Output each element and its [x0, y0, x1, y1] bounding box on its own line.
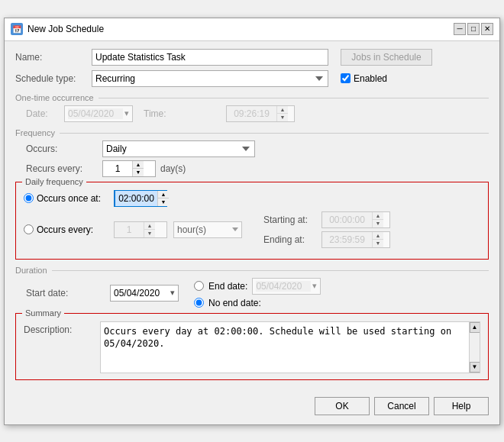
- starting-at-input[interactable]: [322, 212, 372, 227]
- occurs-every-spinner-buttons: ▲ ▼: [144, 222, 155, 237]
- daily-frequency-title: Daily frequency: [22, 177, 86, 186]
- no-end-date-label: No end date:: [208, 298, 261, 308]
- form-content: Name: Jobs in Schedule Schedule type: Re…: [5, 41, 499, 391]
- starting-at-up-button[interactable]: ▲: [373, 212, 383, 220]
- starting-ending-section: Starting at: ▲ ▼ Ending at:: [263, 211, 390, 248]
- end-date-picker[interactable]: ▾: [252, 278, 321, 295]
- occurs-once-spinner-buttons: ▲ ▼: [157, 191, 169, 206]
- occurs-select[interactable]: Daily Weekly Monthly: [102, 140, 255, 157]
- frequency-section-label: Frequency: [15, 128, 489, 137]
- scroll-up-button[interactable]: ▲: [470, 322, 480, 333]
- date-picker[interactable]: ▾: [64, 105, 133, 122]
- name-row: Name: Jobs in Schedule: [15, 49, 489, 66]
- time-spinner-buttons: ▲ ▼: [276, 106, 288, 121]
- ending-at-spinner-buttons: ▲ ▼: [372, 232, 383, 247]
- name-label: Name:: [15, 52, 92, 63]
- end-date-input[interactable]: [256, 281, 311, 292]
- starting-at-spinner-buttons: ▲ ▼: [372, 212, 383, 227]
- recurs-down-button[interactable]: ▼: [133, 169, 144, 176]
- recurs-spinner[interactable]: ▲ ▼: [102, 160, 156, 177]
- start-date-picker[interactable]: ▾: [110, 285, 179, 302]
- daily-frequency-group: Daily frequency Occurs once at: ▲ ▼: [15, 182, 489, 260]
- maximize-button[interactable]: □: [467, 23, 480, 35]
- name-input[interactable]: [92, 49, 328, 66]
- recurs-up-button[interactable]: ▲: [133, 161, 144, 169]
- jobs-in-schedule-button[interactable]: Jobs in Schedule: [341, 49, 432, 66]
- main-window: 📅 New Job Schedule ─ □ ✕ Name: Jobs in S…: [4, 18, 500, 425]
- end-date-radio[interactable]: [194, 281, 204, 291]
- ending-at-label: Ending at:: [263, 234, 317, 245]
- occurs-every-unit-select[interactable]: hour(s) minute(s): [173, 221, 242, 238]
- description-textarea[interactable]: Occurs every day at 02:00:00. Schedule w…: [101, 322, 480, 368]
- start-date-input[interactable]: [114, 288, 169, 298]
- time-up-button[interactable]: ▲: [277, 106, 288, 114]
- start-date-calendar-icon[interactable]: ▾: [170, 288, 175, 298]
- recurs-input[interactable]: [103, 161, 132, 176]
- ok-button[interactable]: OK: [315, 397, 370, 415]
- occurs-once-radio[interactable]: [24, 193, 34, 203]
- occurs-label: Occurs:: [26, 144, 102, 154]
- help-button[interactable]: Help: [434, 397, 489, 415]
- no-end-date-row: No end date:: [194, 298, 321, 308]
- occurs-every-up-button[interactable]: ▲: [144, 222, 155, 230]
- one-time-row: Date: ▾ Time: ▲ ▼: [15, 105, 489, 122]
- time-spinner[interactable]: ▲ ▼: [226, 105, 295, 122]
- duration-row: Start date: ▾ End date: ▾: [26, 278, 489, 308]
- end-date-calendar-icon[interactable]: ▾: [312, 281, 317, 291]
- footer: OK Cancel Help: [5, 391, 499, 424]
- title-bar: 📅 New Job Schedule ─ □ ✕: [5, 18, 499, 41]
- close-button[interactable]: ✕: [481, 23, 493, 35]
- title-bar-left: 📅 New Job Schedule: [11, 23, 104, 35]
- cancel-button[interactable]: Cancel: [374, 397, 429, 415]
- ending-at-up-button[interactable]: ▲: [373, 232, 383, 240]
- duration-right: End date: ▾ No end date:: [194, 278, 321, 308]
- title-controls: ─ □ ✕: [454, 23, 493, 35]
- occurs-every-radio[interactable]: [24, 224, 34, 234]
- summary-content: Description: Occurs every day at 02:00:0…: [24, 321, 480, 373]
- occurs-every-spinner[interactable]: ▲ ▼: [114, 221, 167, 238]
- occurs-once-down-button[interactable]: ▼: [158, 198, 169, 206]
- enabled-checkbox[interactable]: [341, 73, 351, 83]
- schedule-type-label: Schedule type:: [15, 73, 92, 84]
- occurs-once-input[interactable]: [115, 191, 157, 206]
- duration-section-label: Duration: [15, 266, 489, 275]
- schedule-type-select[interactable]: Recurring One-time On agent start On idl…: [92, 70, 328, 87]
- starting-at-down-button[interactable]: ▼: [373, 220, 383, 227]
- occurs-row: Occurs: Daily Weekly Monthly: [26, 140, 489, 157]
- date-label: Date:: [26, 108, 64, 119]
- frequency-group: Occurs: Daily Weekly Monthly Recurs ever…: [15, 140, 489, 177]
- occurs-every-row: Occurs every: ▲ ▼ hour(s) minute(s): [24, 211, 480, 248]
- start-date-label: Start date:: [26, 288, 102, 298]
- time-input[interactable]: [227, 106, 276, 121]
- occurs-once-row: Occurs once at: ▲ ▼: [24, 190, 480, 207]
- end-date-row: End date: ▾: [194, 278, 321, 295]
- no-end-date-radio[interactable]: [194, 298, 204, 308]
- occurs-every-input[interactable]: [115, 222, 144, 237]
- occurs-every-down-button[interactable]: ▼: [144, 230, 155, 237]
- window-title: New Job Schedule: [27, 24, 104, 34]
- ending-at-down-button[interactable]: ▼: [373, 240, 383, 247]
- scroll-down-button[interactable]: ▼: [470, 362, 480, 373]
- description-scrollbar: ▲ ▼: [469, 322, 480, 373]
- schedule-type-row: Schedule type: Recurring One-time On age…: [15, 70, 489, 87]
- occurs-once-up-button[interactable]: ▲: [158, 191, 169, 198]
- daily-frequency-content: Occurs once at: ▲ ▼ Occurs every:: [24, 190, 480, 248]
- date-input[interactable]: [68, 108, 123, 119]
- starting-at-spinner[interactable]: ▲ ▼: [321, 211, 390, 228]
- recurs-label: Recurs every:: [26, 163, 102, 174]
- minimize-button[interactable]: ─: [454, 23, 466, 35]
- enabled-label: Enabled: [354, 73, 387, 84]
- enabled-row: Enabled: [341, 73, 387, 84]
- ending-at-row: Ending at: ▲ ▼: [263, 231, 390, 248]
- window-icon: 📅: [11, 23, 23, 35]
- occurs-once-label: Occurs once at:: [37, 193, 101, 204]
- calendar-icon[interactable]: ▾: [124, 108, 129, 118]
- time-down-button[interactable]: ▼: [277, 114, 288, 121]
- summary-title: Summary: [22, 308, 64, 318]
- occurs-once-spinner[interactable]: ▲ ▼: [114, 190, 167, 207]
- ending-at-spinner[interactable]: ▲ ▼: [321, 231, 390, 248]
- ending-at-input[interactable]: [322, 232, 372, 247]
- recurs-unit: day(s): [160, 163, 186, 174]
- time-label: Time:: [144, 108, 220, 119]
- occurs-every-radio-label: Occurs every:: [24, 224, 108, 235]
